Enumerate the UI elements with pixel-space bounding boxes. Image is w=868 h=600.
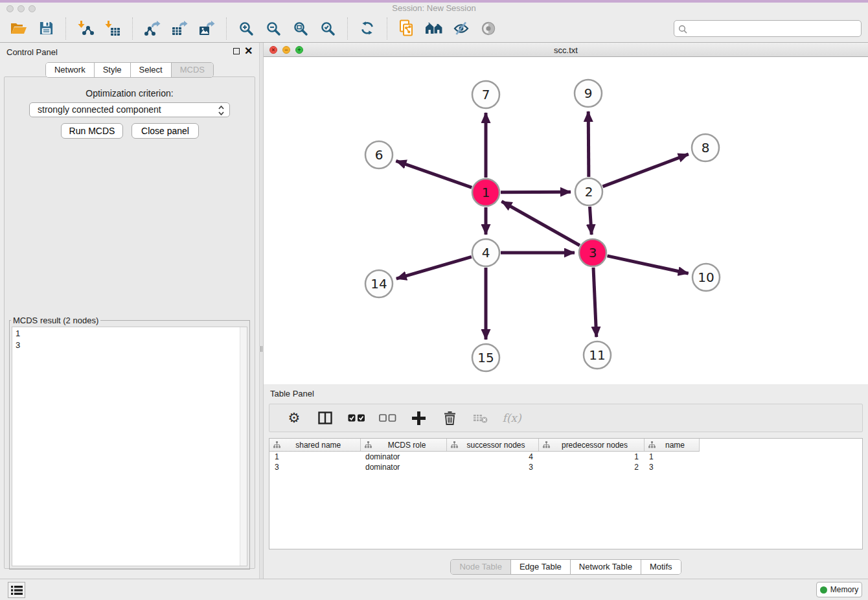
function-builder-icon: f(x): [502, 408, 521, 428]
hide-selected-icon[interactable]: [451, 19, 471, 38]
float-panel-icon[interactable]: [233, 48, 240, 54]
network-canvas[interactable]: 1234678910111415: [264, 57, 868, 384]
graph-node-2[interactable]: 2: [575, 178, 602, 205]
graph-node-8[interactable]: 8: [692, 134, 719, 161]
zoom-selected-icon[interactable]: [318, 19, 337, 38]
column-header-predecessor-nodes[interactable]: predecessor nodes: [538, 439, 644, 452]
run-mcds-button[interactable]: Run MCDS: [61, 123, 123, 139]
table-panel-title: Table Panel: [270, 389, 314, 398]
graph-edge-1-6[interactable]: [396, 161, 472, 187]
zoom-in-icon[interactable]: [236, 19, 256, 38]
network-window-title: scc.txt: [264, 45, 868, 55]
graph-node-7[interactable]: 7: [472, 81, 499, 108]
table-cell: 4: [446, 452, 538, 462]
toolbar-separator: [347, 17, 348, 40]
open-file-icon[interactable]: [9, 19, 29, 38]
tab-mcds[interactable]: MCDS: [172, 63, 213, 77]
graph-edge-2-3[interactable]: [589, 207, 591, 235]
status-bar: Memory: [0, 579, 868, 600]
task-history-button[interactable]: [8, 582, 25, 598]
table-cell: 3: [269, 462, 360, 472]
table-tab-network-table[interactable]: Network Table: [571, 560, 641, 574]
svg-text:11: 11: [589, 347, 605, 363]
new-network-from-selection-icon[interactable]: [397, 19, 417, 38]
tab-network[interactable]: Network: [46, 63, 95, 77]
column-header-shared-name[interactable]: shared name: [269, 439, 360, 452]
svg-text:9: 9: [584, 86, 593, 101]
deselect-all-icon[interactable]: [378, 408, 397, 428]
delete-column-trash-icon[interactable]: [440, 408, 459, 428]
graph-edge-4-14[interactable]: [396, 257, 472, 279]
column-header-MCDS-role[interactable]: MCDS role: [360, 439, 446, 452]
graph-node-11[interactable]: 11: [584, 341, 611, 369]
graph-edge-2-8[interactable]: [603, 154, 689, 187]
close-panel-icon[interactable]: ✕: [244, 45, 253, 57]
select-all-icon[interactable]: [347, 408, 366, 428]
table-tab-edge-table[interactable]: Edge Table: [511, 560, 571, 574]
search-input[interactable]: [690, 21, 858, 36]
add-column-icon[interactable]: [409, 408, 428, 428]
table-cell: 1: [269, 452, 360, 462]
svg-text:8: 8: [702, 140, 710, 156]
graph-node-6[interactable]: 6: [365, 141, 393, 168]
show-columns-icon[interactable]: [315, 408, 335, 428]
table-tab-node-table[interactable]: Node Table: [451, 560, 511, 574]
export-network-icon[interactable]: [143, 19, 162, 38]
tab-style[interactable]: Style: [95, 63, 131, 77]
tab-select[interactable]: Select: [131, 63, 172, 77]
refresh-view-icon[interactable]: [358, 19, 377, 38]
control-panel-title: Control Panel: [6, 47, 58, 57]
graph-edge-3-1[interactable]: [501, 202, 580, 246]
graph-node-3[interactable]: 3: [579, 239, 606, 266]
table-cell: 2: [538, 462, 644, 472]
graph-node-14[interactable]: 14: [365, 270, 393, 297]
toolbar-separator: [65, 17, 66, 40]
graph-node-9[interactable]: 9: [575, 80, 602, 107]
table-cell: dominator: [360, 452, 446, 462]
toolbar-separator: [387, 17, 387, 40]
optimization-criterion-select[interactable]: strongly connected component: [29, 102, 230, 117]
vertical-splitter[interactable]: [259, 43, 264, 579]
table-row[interactable]: 3dominator323: [269, 462, 699, 472]
graph-edge-1-2[interactable]: [501, 192, 571, 192]
delete-table-icon: [471, 408, 490, 428]
zoom-fit-icon[interactable]: [291, 19, 310, 38]
svg-text:14: 14: [371, 276, 387, 292]
table-cell: 1: [644, 452, 699, 462]
svg-text:1: 1: [482, 185, 490, 200]
mcds-result-title: MCDS result (2 nodes): [11, 316, 100, 325]
close-panel-button[interactable]: Close panel: [131, 123, 199, 139]
zoom-out-icon[interactable]: [264, 19, 283, 38]
table-settings-gear-icon[interactable]: ⚙: [284, 408, 304, 428]
show-all-icon[interactable]: [479, 19, 498, 38]
graph-node-15[interactable]: 15: [472, 344, 499, 371]
search-icon: [678, 25, 687, 34]
window-title: Session: New Session: [0, 3, 868, 13]
toolbar-separator: [132, 17, 133, 40]
graph-edge-3-11[interactable]: [593, 268, 597, 337]
result-scrollbar[interactable]: [240, 327, 247, 566]
table-tab-motifs[interactable]: Motifs: [641, 560, 681, 574]
ndex-icon[interactable]: [424, 19, 444, 38]
graph-edge-2-9[interactable]: [588, 111, 589, 177]
search-box: [674, 20, 862, 37]
mcds-result-list: 13: [12, 327, 247, 566]
import-network-icon[interactable]: [76, 19, 95, 38]
control-panel-tabs: NetworkStyleSelectMCDS: [45, 62, 214, 78]
table-cell: 1: [538, 452, 644, 462]
export-image-icon[interactable]: [197, 19, 216, 38]
column-header-successor-nodes[interactable]: successor nodes: [446, 439, 538, 452]
save-icon[interactable]: [36, 19, 56, 38]
graph-node-1[interactable]: 1: [472, 179, 499, 206]
graph-edge-3-10[interactable]: [607, 256, 688, 273]
titlebar: Session: New Session: [0, 0, 868, 14]
import-table-icon[interactable]: [103, 19, 122, 38]
toolbar-separator: [226, 17, 227, 40]
graph-node-4[interactable]: 4: [472, 239, 499, 266]
export-table-icon[interactable]: [170, 19, 189, 38]
column-header-name[interactable]: name: [644, 439, 699, 452]
table-row[interactable]: 1dominator411: [269, 452, 699, 462]
memory-button[interactable]: Memory: [816, 582, 862, 597]
svg-text:15: 15: [477, 350, 494, 365]
graph-node-10[interactable]: 10: [692, 264, 720, 291]
